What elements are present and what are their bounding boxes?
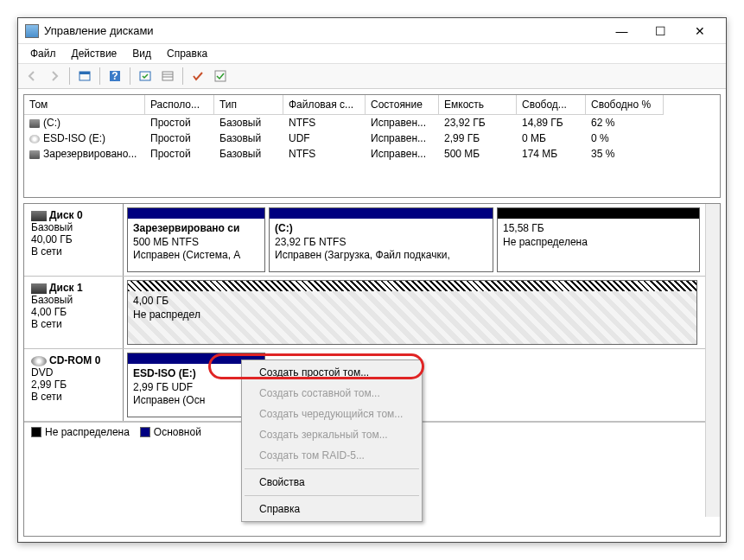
col-percent[interactable]: Свободно % (586, 95, 664, 115)
menu-help[interactable]: Справка (160, 46, 214, 61)
refresh-button[interactable] (135, 66, 156, 86)
context-menu-item: Создать зеркальный том... (244, 424, 420, 445)
volume-row[interactable]: (C:) Простой Базовый NTFS Исправен... 23… (24, 115, 720, 130)
volume-row[interactable]: Зарезервировано... Простой Базовый NTFS … (24, 146, 720, 162)
col-layout[interactable]: Располо... (145, 95, 214, 115)
disk-row: Диск 0Базовый40,00 ГБВ сетиЗарезервирова… (24, 204, 720, 277)
drive-icon (29, 150, 40, 159)
col-status[interactable]: Состояние (366, 95, 439, 115)
close-button[interactable]: ✕ (680, 19, 719, 43)
settings-button[interactable] (188, 66, 208, 86)
titlebar[interactable]: Управление дисками — ☐ ✕ (18, 18, 726, 44)
legend-primary-label: Основной (154, 426, 201, 438)
show-hide-button[interactable] (74, 66, 95, 86)
svg-rect-5 (162, 72, 173, 80)
toolbar: ? (18, 63, 726, 89)
volume-row[interactable]: ESD-ISO (E:) Простой Базовый UDF Исправе… (24, 130, 720, 146)
svg-rect-8 (215, 71, 226, 81)
context-menu-item: Создать составной том... (244, 383, 420, 404)
menu-action[interactable]: Действие (65, 46, 124, 61)
legend-swatch-unallocated (31, 427, 41, 437)
disk-info[interactable]: CD-ROM 0DVD2,99 ГБВ сети (24, 349, 124, 421)
disk-management-window: Управление дисками — ☐ ✕ Файл Действие В… (17, 17, 727, 543)
legend-swatch-primary (140, 427, 150, 437)
minimize-button[interactable]: — (602, 19, 641, 43)
help-button[interactable]: ? (105, 66, 125, 86)
context-menu-item: Создать том RAID-5... (244, 445, 420, 466)
disc-icon (31, 356, 47, 366)
window-title: Управление дисками (44, 24, 602, 37)
partition[interactable]: 4,00 ГБНе распредел (127, 280, 697, 345)
col-free[interactable]: Свобод... (517, 95, 586, 115)
volume-list-header: Том Располо... Тип Файловая с... Состоян… (24, 95, 720, 115)
list-button[interactable] (157, 66, 178, 86)
col-filesystem[interactable]: Файловая с... (283, 95, 366, 115)
col-volume[interactable]: Том (24, 95, 145, 115)
menu-file[interactable]: Файл (23, 46, 63, 61)
context-menu-item: Создать чередующийся том... (244, 404, 420, 424)
forward-button (44, 66, 65, 86)
context-menu: Создать простой том...Создать составной … (241, 360, 423, 522)
maximize-button[interactable]: ☐ (641, 19, 680, 43)
partition[interactable]: (C:)23,92 ГБ NTFSИсправен (Загрузка, Фай… (269, 207, 493, 272)
volume-list[interactable]: Том Располо... Тип Файловая с... Состоян… (23, 94, 721, 198)
drive-icon (29, 119, 40, 128)
menubar: Файл Действие Вид Справка (18, 44, 726, 63)
context-menu-item[interactable]: Создать простой том... (244, 362, 420, 383)
menu-view[interactable]: Вид (125, 46, 158, 61)
drive-icon (31, 211, 47, 221)
app-icon (25, 24, 39, 38)
back-button (22, 66, 42, 86)
context-help[interactable]: Справка (244, 499, 420, 519)
disk-info[interactable]: Диск 0Базовый40,00 ГБВ сети (24, 204, 124, 276)
disk-row: Диск 1Базовый4,00 ГБВ сети4,00 ГБНе расп… (24, 277, 720, 349)
check-button[interactable] (210, 66, 231, 86)
disk-info[interactable]: Диск 1Базовый4,00 ГБВ сети (24, 277, 124, 348)
context-properties[interactable]: Свойства (244, 472, 420, 493)
vertical-scrollbar[interactable] (705, 204, 720, 517)
legend-unallocated-label: Не распределена (45, 426, 130, 438)
svg-rect-1 (79, 72, 90, 74)
col-capacity[interactable]: Емкость (439, 95, 517, 115)
svg-text:?: ? (111, 70, 118, 82)
partition[interactable]: Зарезервировано си500 МБ NTFSИсправен (С… (127, 207, 265, 272)
drive-icon (31, 283, 47, 294)
partition[interactable]: 15,58 ГБНе распределена (497, 207, 700, 272)
disc-icon (29, 135, 40, 143)
col-type[interactable]: Тип (214, 95, 283, 115)
